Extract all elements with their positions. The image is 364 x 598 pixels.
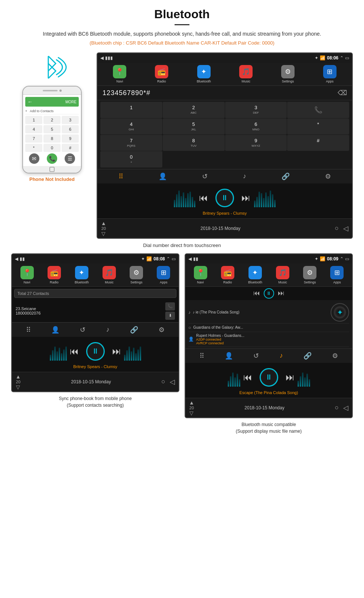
bt-app-music[interactable]: 🎵 Music <box>276 266 289 284</box>
bt-music-nav[interactable]: ♪ <box>280 352 283 360</box>
key-2[interactable]: 2 <box>43 116 61 124</box>
key-8[interactable]: 8 <box>43 134 61 143</box>
contacts-nav-icon[interactable]: 👤 <box>159 172 167 181</box>
phone-home-button[interactable] <box>49 167 55 172</box>
prev-button[interactable]: ⏮ <box>199 193 208 203</box>
bt-window-icon[interactable]: ▭ <box>345 256 349 261</box>
pb-back-icon[interactable]: ◀ <box>15 256 18 261</box>
pb-window-icon[interactable]: ▭ <box>172 256 176 261</box>
bt-app-radio[interactable]: 📻 Radio <box>221 266 234 284</box>
back-triangle-icon[interactable]: ◁ <box>343 224 348 233</box>
key-star[interactable]: * <box>25 144 42 152</box>
pb-app-bluetooth[interactable]: ✦ Bluetooth <box>75 266 89 284</box>
dialer-number[interactable]: 1234567890*# <box>103 89 150 97</box>
call-button[interactable]: 📞 <box>47 153 57 164</box>
dial-7[interactable]: 7PQRS <box>100 135 162 151</box>
pb-down-arrow[interactable]: ▽ <box>16 384 20 390</box>
app-music[interactable]: 🎵 Music <box>239 65 253 83</box>
bt-play-small[interactable]: ⏸ <box>264 288 274 299</box>
bt-app-navi[interactable]: 📍 Navi <box>194 266 207 284</box>
app-apps[interactable]: ⊞ Apps <box>323 65 337 83</box>
pb-settings-nav[interactable]: ⚙ <box>159 326 165 334</box>
menu-button[interactable]: ☰ <box>65 153 75 164</box>
bt-expand-icon[interactable]: ⌃ <box>340 256 344 261</box>
dial-6[interactable]: 6MNO <box>225 118 287 134</box>
link-nav-icon[interactable]: 🔗 <box>282 172 290 181</box>
call-contact-button[interactable]: 📞 <box>165 302 175 311</box>
dial-3[interactable]: 3DEF <box>225 102 287 118</box>
pb-expand-icon[interactable]: ⌃ <box>166 256 170 261</box>
circle-icon[interactable]: ○ <box>335 224 339 233</box>
backspace-button[interactable]: ⌫ <box>338 89 347 97</box>
bt-next-btn[interactable]: ⏭ <box>286 372 295 383</box>
key-4[interactable]: 4 <box>25 125 42 133</box>
dialpad-nav-icon[interactable]: ⠿ <box>118 172 123 181</box>
pb-play-btn[interactable]: ⏸ <box>86 342 105 361</box>
pb-music-nav[interactable]: ♪ <box>106 326 110 334</box>
bt-up-arrow[interactable]: ▲ <box>189 400 194 406</box>
pb-app-settings[interactable]: ⚙ Settings <box>130 266 143 284</box>
app-bluetooth[interactable]: ✦ Bluetooth <box>197 65 211 83</box>
call-green-button[interactable]: 📞 <box>287 102 349 118</box>
up-arrow-icon[interactable]: ▲ <box>101 220 106 226</box>
dial-1[interactable]: 1⠀ <box>100 102 162 118</box>
pb-back-icon2[interactable]: ◁ <box>170 378 175 386</box>
pb-circle-icon[interactable]: ○ <box>161 378 165 386</box>
dial-9[interactable]: 9WXYZ <box>225 135 287 151</box>
key-5[interactable]: 5 <box>43 125 61 133</box>
next-button[interactable]: ⏭ <box>241 193 250 203</box>
pb-app-music[interactable]: 🎵 Music <box>103 266 116 284</box>
bt-settings-nav[interactable]: ⚙ <box>332 352 338 360</box>
bt-recents-nav[interactable]: ↺ <box>253 352 259 360</box>
app-navi[interactable]: 📍 Navi <box>113 65 126 83</box>
bt-play-btn[interactable]: ⏸ <box>260 368 278 387</box>
pb-next-btn[interactable]: ⏭ <box>112 346 121 357</box>
back-icon[interactable]: ◀ <box>100 55 104 61</box>
play-pause-button[interactable]: ⏸ <box>215 189 234 207</box>
bt-link-nav[interactable]: 🔗 <box>303 352 312 360</box>
phonebook-search-box[interactable]: Total 27 Contacts <box>14 289 176 298</box>
bt-back-icon2[interactable]: ◁ <box>343 404 348 412</box>
dial-8[interactable]: 8TUV <box>163 135 225 151</box>
pb-recents-nav[interactable]: ↺ <box>80 326 85 334</box>
recents-nav-icon[interactable]: ↺ <box>202 172 208 181</box>
key-3[interactable]: 3 <box>62 116 79 124</box>
dial-2[interactable]: 2ABC <box>163 102 225 118</box>
bt-app-settings[interactable]: ⚙ Settings <box>303 266 316 284</box>
dial-4[interactable]: 4GHI <box>100 118 162 134</box>
bt-app-apps[interactable]: ⊞ Apps <box>330 266 344 284</box>
message-button[interactable]: ✉ <box>29 153 39 164</box>
bt-back-icon[interactable]: ◀ <box>188 256 192 261</box>
pb-app-radio[interactable]: 📻 Radio <box>48 266 61 284</box>
pb-prev-btn[interactable]: ⏮ <box>70 346 79 357</box>
dial-hash[interactable]: # <box>287 135 349 151</box>
bt-next-small[interactable]: ⏭ <box>278 289 285 297</box>
pb-app-navi[interactable]: 📍 Navi <box>20 266 34 284</box>
bt-prev-small[interactable]: ⏮ <box>253 289 260 297</box>
key-0[interactable]: 0 <box>43 144 61 152</box>
key-7[interactable]: 7 <box>25 134 42 143</box>
bt-prev-btn[interactable]: ⏮ <box>243 372 252 383</box>
pb-link-nav[interactable]: 🔗 <box>130 326 138 334</box>
window-icon[interactable]: ▭ <box>345 55 349 61</box>
app-settings[interactable]: ⚙ Settings <box>281 65 295 83</box>
key-1[interactable]: 1 <box>25 116 42 124</box>
down-arrow-icon[interactable]: ▽ <box>101 231 105 237</box>
dial-0-plus[interactable]: 0+ <box>100 151 162 167</box>
app-radio[interactable]: 📻 Radio <box>155 65 168 83</box>
save-contact-button[interactable]: ⬇ <box>165 312 175 320</box>
music-nav-icon[interactable]: ♪ <box>243 172 246 180</box>
bt-circle-icon[interactable]: ○ <box>335 404 339 412</box>
bt-down-arrow[interactable]: ▽ <box>189 410 194 416</box>
pb-up-arrow[interactable]: ▲ <box>16 374 21 380</box>
bt-app-bluetooth[interactable]: ✦ Bluetooth <box>248 266 262 284</box>
key-6[interactable]: 6 <box>62 125 79 133</box>
bt-contacts-nav[interactable]: 👤 <box>225 352 233 360</box>
pb-app-apps[interactable]: ⊞ Apps <box>157 266 170 284</box>
bt-dialpad-nav[interactable]: ⠿ <box>199 352 204 360</box>
expand-icon[interactable]: ⌃ <box>340 55 344 61</box>
settings-nav-icon[interactable]: ⚙ <box>325 172 331 181</box>
pb-dialpad-nav[interactable]: ⠿ <box>26 326 31 334</box>
key-hash[interactable]: # <box>62 144 79 152</box>
key-9[interactable]: 9 <box>62 134 79 143</box>
